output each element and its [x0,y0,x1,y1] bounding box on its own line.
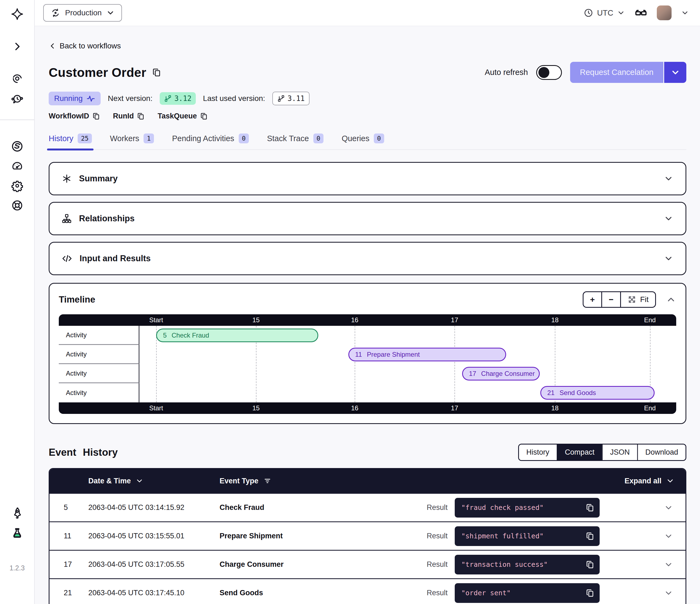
input-results-section[interactable]: Input and Results [49,242,686,275]
expand-all-button[interactable]: Expand all [625,477,675,485]
tab-count-badge: 0 [239,134,249,143]
getting-started-rocket-icon[interactable] [11,507,24,519]
timezone-label: UTC [597,8,613,18]
bar-label: Check Fraud [172,332,209,339]
bar-label: Charge Consumer [481,370,535,378]
zoom-in-button[interactable]: + [583,292,602,307]
usage-gauge-icon[interactable] [11,160,24,172]
collapse-timeline-chevron-icon[interactable] [666,294,676,305]
task-queue-label: TaskQueue [157,112,197,120]
section-label: Input and Results [80,253,151,263]
glasses-icon[interactable] [634,6,648,19]
view-history-button[interactable]: History [519,444,557,460]
tab-label: Workers [110,134,139,143]
app-version: 1.2.3 [0,564,34,572]
gridline [454,326,455,403]
workflow-id-label: WorkflowID [49,112,89,120]
axis-tick: 15 [252,404,260,412]
sitemap-icon [61,213,72,224]
fit-label: Fit [640,295,649,304]
topbar: Production UTC [35,0,700,26]
tab-count-badge: 1 [144,134,154,143]
workflow-name: Customer Order [49,65,146,80]
section-label: Relationships [79,214,134,223]
expand-row-chevron-icon[interactable] [664,532,673,541]
tab-pending-activities[interactable]: Pending Activities 0 [172,134,249,149]
workflow-id-copy[interactable]: WorkflowID [49,112,100,120]
auto-refresh-toggle[interactable] [536,65,562,80]
timeline-title: Timeline [59,294,583,305]
zoom-fit-button[interactable]: Fit [620,292,655,307]
timeline-chart: Start 15 16 17 18 End Activity Activity … [59,314,676,414]
temporal-logo-icon[interactable] [10,8,24,21]
nexus-icon[interactable] [11,140,24,153]
account-menu-chevron-icon[interactable] [681,9,689,17]
toggle-knob [539,67,549,78]
view-json-button[interactable]: JSON [602,444,637,460]
zoom-out-button[interactable]: − [601,292,620,307]
workflows-icon[interactable] [11,72,24,84]
event-row-charge-consumer[interactable]: 17 2063-04-05 UTC 03:17:05.55 Charge Con… [49,550,685,578]
run-id-copy[interactable]: RunId [113,112,145,120]
tab-queries[interactable]: Queries 0 [342,134,384,149]
avatar[interactable] [657,5,672,20]
tab-history[interactable]: History 25 [49,134,92,149]
timeline-bar-prepare-shipment[interactable]: 11 Prepare Shipment [348,348,506,361]
git-branch-icon [277,95,285,102]
last-version-value: 3.11 [288,94,305,102]
event-row-prepare-shipment[interactable]: 11 2063-04-05 UTC 03:15:55.01 Prepare Sh… [49,522,685,550]
back-to-workflows-link[interactable]: Back to workflows [49,42,121,50]
chevron-down-icon[interactable] [664,214,673,223]
event-timestamp: 2063-04-05 UTC 03:14:15.92 [88,503,220,512]
relationships-section[interactable]: Relationships [49,202,686,235]
namespace-icon [50,8,61,18]
chevron-down-icon[interactable] [664,253,673,263]
tab-workers[interactable]: Workers 1 [110,134,154,149]
input-results-header: Input and Results [61,253,151,264]
schedules-icon[interactable] [11,93,24,105]
copy-result-icon[interactable] [585,532,595,541]
event-type-column-header[interactable]: Event Type [220,477,411,485]
expand-row-chevron-icon[interactable] [664,503,673,512]
result-value: "order sent" [461,589,511,597]
timeline-bar-charge-consumer[interactable]: 17 Charge Consumer [462,367,540,381]
event-timestamp: 2063-04-05 UTC 03:17:45.10 [88,589,220,597]
request-cancelation-button[interactable]: Request Cancelation [570,62,664,83]
tab-stack-trace[interactable]: Stack Trace 0 [267,134,323,149]
pulse-icon [86,94,95,103]
expand-row-chevron-icon[interactable] [664,588,673,598]
timezone-selector[interactable]: UTC [583,8,625,18]
request-cancelation-menu-button[interactable] [664,62,686,83]
result-label: Result [427,560,455,569]
copy-title-icon[interactable] [152,68,161,77]
labs-flask-icon[interactable] [11,526,24,539]
download-button[interactable]: Download [637,444,685,460]
event-row-send-goods[interactable]: 21 2063-04-05 UTC 03:17:45.10 Send Goods… [49,578,685,604]
timeline-row-label: Activity [59,326,140,345]
chevron-down-icon[interactable] [664,174,673,184]
event-history-table: Date & Time Event Type Expand all 5 2063… [49,468,686,604]
view-compact-button[interactable]: Compact [557,444,602,460]
date-time-column-header[interactable]: Date & Time [88,477,220,485]
settings-gear-icon[interactable] [11,179,24,192]
last-version-label: Last used version: [203,94,265,103]
timeline-bar-check-fraud[interactable]: 5 Check Fraud [156,329,318,342]
tab-label: Queries [342,134,369,143]
support-lifering-icon[interactable] [11,199,24,212]
timeline-row-label: Activity [59,364,140,383]
copy-result-icon[interactable] [585,503,595,512]
tab-count-badge: 0 [374,134,384,143]
copy-result-icon[interactable] [585,588,595,598]
namespace-selector[interactable]: Production [43,4,122,22]
expand-sidebar-icon[interactable] [12,41,23,52]
filter-icon[interactable] [263,477,272,485]
copy-result-icon[interactable] [585,560,595,569]
event-row-check-fraud[interactable]: 5 2063-04-05 UTC 03:14:15.92 Check Fraud… [49,493,685,522]
timeline-bar-send-goods[interactable]: 21 Send Goods [540,386,655,400]
expand-row-chevron-icon[interactable] [664,560,673,569]
task-queue-copy[interactable]: TaskQueue [157,112,208,120]
summary-section[interactable]: Summary [49,162,686,195]
timeline-row-label: Activity [59,383,140,403]
request-cancelation-split-button: Request Cancelation [570,62,686,83]
result-label: Result [427,532,455,540]
